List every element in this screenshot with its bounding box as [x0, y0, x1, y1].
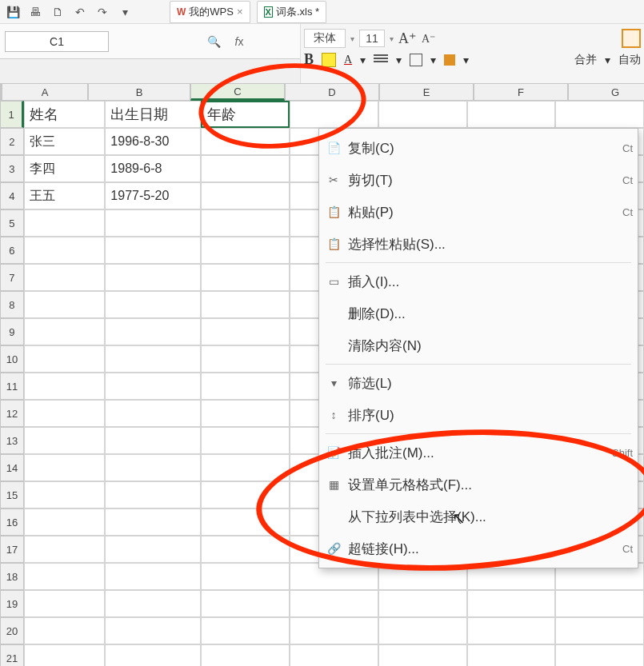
cm-hyperlink[interactable]: 🔗 超链接(H)... Ct — [319, 532, 638, 564]
increase-font-icon[interactable]: A⁺ — [398, 30, 417, 47]
cell-A18[interactable] — [24, 563, 105, 590]
row-header[interactable]: 15 — [0, 481, 24, 508]
cm-clear[interactable]: 清除内容(N) — [319, 329, 638, 361]
chevron-down-icon[interactable]: ▾ — [605, 54, 610, 66]
cell-E19[interactable] — [378, 590, 467, 617]
cell-A13[interactable] — [24, 427, 105, 454]
chevron-down-icon[interactable]: ▾ — [350, 34, 354, 43]
cell-A19[interactable] — [24, 590, 105, 617]
cell-C17[interactable] — [201, 536, 290, 563]
cell-A4[interactable]: 王五 — [24, 182, 105, 209]
cm-pick-from-list[interactable]: 从下拉列表中选择(K)... — [319, 500, 638, 532]
chevron-down-icon[interactable]: ▾ — [390, 34, 394, 43]
col-header-B[interactable]: B — [88, 83, 190, 101]
cm-filter[interactable]: ▾ 筛选(L) — [319, 367, 638, 399]
cell-A9[interactable] — [24, 318, 105, 345]
cell-C21[interactable] — [201, 644, 290, 666]
cell-C5[interactable] — [201, 209, 290, 237]
cell-A5[interactable] — [24, 209, 105, 237]
border-icon[interactable] — [410, 54, 422, 66]
qat-caret-icon[interactable]: ▾ — [117, 4, 133, 20]
cm-format-cells[interactable]: ▦ 设置单元格格式(F)... — [319, 469, 638, 500]
chevron-down-icon[interactable]: ▾ — [463, 54, 469, 66]
cell-A2[interactable]: 张三 — [24, 128, 105, 155]
cm-sort[interactable]: ↕ 排序(U) — [319, 399, 638, 431]
cell-C9[interactable] — [201, 318, 290, 345]
save-icon[interactable]: 💾 — [5, 4, 21, 20]
cell-C10[interactable] — [201, 345, 290, 373]
cell-C2[interactable] — [201, 128, 290, 155]
cell-C3[interactable] — [201, 155, 290, 182]
row-header[interactable]: 19 — [0, 590, 24, 617]
cell-A12[interactable] — [24, 400, 105, 427]
cell-C8[interactable] — [201, 291, 290, 318]
fx-icon[interactable]: fx — [230, 33, 248, 50]
row-header[interactable]: 20 — [0, 617, 24, 644]
cell-E21[interactable] — [378, 644, 467, 666]
cell-A6[interactable] — [24, 237, 105, 264]
col-header-D[interactable]: D — [285, 83, 379, 101]
cell-A14[interactable] — [24, 454, 105, 481]
cell-B15[interactable] — [105, 481, 201, 508]
print-preview-icon[interactable]: 🗋 — [50, 4, 66, 20]
row-header[interactable]: 13 — [0, 427, 24, 454]
align-icon[interactable] — [374, 54, 388, 66]
cell-C6[interactable] — [201, 237, 290, 264]
cell-B14[interactable] — [105, 454, 201, 481]
cell-C18[interactable] — [201, 563, 290, 590]
row-header[interactable]: 10 — [0, 345, 24, 373]
row-header[interactable]: 5 — [0, 209, 24, 237]
cell-G21[interactable] — [555, 644, 644, 666]
row-header[interactable]: 11 — [0, 373, 24, 400]
cell-C1[interactable]: 年龄 — [201, 101, 290, 128]
cell-C20[interactable] — [201, 617, 290, 644]
row-header[interactable]: 1 — [0, 101, 24, 128]
cm-insert[interactable]: ▭ 插入(I)... — [319, 265, 638, 297]
cell-C16[interactable] — [201, 508, 290, 536]
cell-B7[interactable] — [105, 264, 201, 291]
cm-delete[interactable]: 删除(D)... — [319, 297, 638, 329]
cell-D19[interactable] — [290, 590, 378, 617]
undo-icon[interactable]: ↶ — [72, 4, 88, 20]
merge-button[interactable]: 合并 — [574, 53, 597, 67]
cell-E20[interactable] — [378, 617, 467, 644]
cell-B10[interactable] — [105, 345, 201, 373]
cm-paste[interactable]: 📋 粘贴(P) Ct — [319, 196, 638, 228]
cell-G20[interactable] — [555, 617, 644, 644]
cell-D1[interactable] — [290, 101, 378, 128]
row-header[interactable]: 21 — [0, 644, 24, 666]
cell-C4[interactable] — [201, 182, 290, 209]
cell-C15[interactable] — [201, 481, 290, 508]
cell-F1[interactable] — [467, 101, 556, 128]
cell-B20[interactable] — [105, 617, 201, 644]
row-header[interactable]: 9 — [0, 318, 24, 345]
cell-B4[interactable]: 1977-5-20 — [105, 182, 201, 209]
col-header-A[interactable]: A — [2, 83, 88, 101]
row-header[interactable]: 16 — [0, 508, 24, 536]
print-icon[interactable]: 🖶 — [27, 4, 43, 20]
cell-A10[interactable] — [24, 345, 105, 373]
cell-F21[interactable] — [467, 644, 556, 666]
row-header[interactable]: 4 — [0, 182, 24, 209]
cm-copy[interactable]: 📄 复制(C) Ct — [319, 132, 638, 164]
chevron-down-icon[interactable]: ▾ — [396, 54, 402, 66]
name-box[interactable]: C1 — [5, 31, 109, 52]
row-header[interactable]: 8 — [0, 291, 24, 318]
cell-D21[interactable] — [290, 644, 378, 666]
cell-E1[interactable] — [378, 101, 467, 128]
cell-C19[interactable] — [201, 590, 290, 617]
cell-A20[interactable] — [24, 617, 105, 644]
format-painter-icon[interactable] — [622, 29, 641, 48]
zoom-icon[interactable]: 🔍 — [205, 33, 222, 50]
tab-file[interactable]: X 词条.xls * — [257, 1, 327, 23]
col-header-F[interactable]: F — [474, 83, 568, 101]
cell-A15[interactable] — [24, 481, 105, 508]
cell-C11[interactable] — [201, 373, 290, 400]
cell-F20[interactable] — [467, 617, 556, 644]
row-header[interactable]: 12 — [0, 400, 24, 427]
cell-B6[interactable] — [105, 237, 201, 264]
cell-B18[interactable] — [105, 563, 201, 590]
cell-A7[interactable] — [24, 264, 105, 291]
cell-B2[interactable]: 1996-8-30 — [105, 128, 201, 155]
cell-B16[interactable] — [105, 508, 201, 536]
